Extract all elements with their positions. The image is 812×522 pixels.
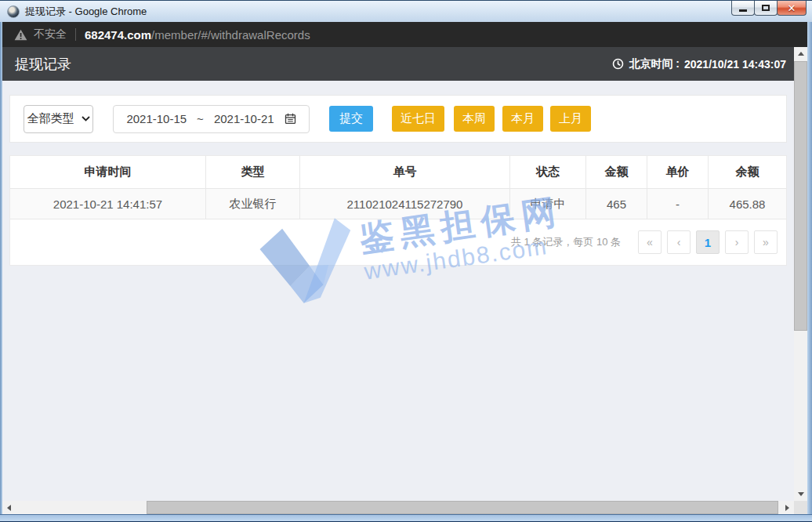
records-table: 申请时间 类型 单号 状态 金额 单价 余额 2021-10-21 14:41:… — [9, 155, 787, 266]
url-text[interactable]: 682474.com/member/#/withdrawalRecords — [85, 28, 310, 42]
date-to-value[interactable]: 2021-10-21 — [214, 112, 274, 125]
vertical-scrollbar-thumb[interactable] — [794, 61, 807, 331]
cell-unit-price: - — [647, 189, 709, 219]
date-range-input[interactable]: 2021-10-15 ~ 2021-10-21 — [113, 105, 310, 133]
table-row: 2021-10-21 14:41:57 农业银行 211021024115272… — [10, 189, 786, 219]
pagination-prev-button[interactable]: ‹ — [667, 230, 691, 254]
browser-window: 提现记录 - Google Chrome ✕ 不安全 682474.com/me… — [0, 0, 812, 522]
horizontal-scrollbar-thumb[interactable] — [147, 501, 778, 514]
beijing-time-value: 2021/10/21 14:43:07 — [684, 58, 786, 71]
minimize-icon — [739, 9, 747, 12]
url-domain: 682474.com — [85, 28, 151, 42]
cell-order-no: 211021024115272790 — [300, 189, 510, 219]
vertical-scrollbar[interactable] — [794, 47, 807, 501]
cell-amount: 465 — [586, 189, 647, 219]
scrollbar-up-arrow[interactable] — [794, 47, 807, 60]
submit-button[interactable]: 提交 — [329, 106, 373, 132]
date-separator: ~ — [197, 112, 204, 125]
close-icon: ✕ — [788, 3, 796, 13]
address-bar[interactable]: 不安全 682474.com/member/#/withdrawalRecord… — [2, 22, 807, 47]
quick-range-lastmonth-button[interactable]: 上月 — [550, 106, 591, 132]
minimize-button[interactable] — [731, 1, 755, 16]
quick-range-thisweek-button[interactable]: 本周 — [454, 106, 495, 132]
beijing-time-label: 北京时间 : — [629, 57, 680, 71]
page-title: 提现记录 — [15, 55, 71, 74]
page-content — [2, 81, 807, 501]
window-title: 提现记录 - Google Chrome — [25, 5, 147, 19]
scrollbar-corner — [794, 501, 807, 514]
cell-type: 农业银行 — [206, 189, 300, 219]
window-right-border — [807, 22, 812, 514]
date-from-value[interactable]: 2021-10-15 — [126, 112, 187, 125]
pagination-page-1-button[interactable]: 1 — [696, 230, 720, 254]
scrollbar-down-arrow[interactable] — [794, 488, 807, 501]
type-select-value: 全部类型 — [27, 111, 74, 126]
col-header-balance: 余额 — [709, 156, 786, 189]
cell-status: 申请中 — [510, 189, 586, 219]
maximize-icon — [762, 5, 770, 11]
warning-icon[interactable] — [14, 29, 27, 41]
col-header-amount: 金额 — [586, 156, 647, 189]
window-controls: ✕ — [732, 1, 807, 16]
favicon-icon — [7, 5, 20, 18]
table-header-row: 申请时间 类型 单号 状态 金额 单价 余额 — [10, 156, 786, 189]
window-titlebar: 提现记录 - Google Chrome ✕ — [0, 0, 812, 22]
cell-balance: 465.88 — [709, 189, 786, 219]
window-bottom-border — [0, 514, 812, 522]
pagination-summary: 共 1 条记录，每页 10 条 — [511, 235, 621, 249]
pagination: 共 1 条记录，每页 10 条 « ‹ 1 › » — [10, 219, 786, 265]
cell-apply-time: 2021-10-21 14:41:57 — [10, 189, 206, 219]
window-left-border — [0, 22, 2, 514]
col-header-unit-price: 单价 — [647, 156, 709, 189]
page-header: 提现记录 北京时间 : 2021/10/21 14:43:07 — [2, 47, 807, 81]
pagination-next-button[interactable]: › — [725, 230, 749, 254]
scrollbar-left-arrow[interactable] — [2, 501, 16, 514]
address-divider — [75, 28, 76, 41]
col-header-order-no: 单号 — [300, 156, 510, 189]
horizontal-scrollbar[interactable] — [2, 501, 794, 514]
type-select[interactable]: 全部类型 — [24, 105, 93, 133]
scrollbar-right-arrow[interactable] — [781, 501, 794, 514]
maximize-button[interactable] — [754, 1, 778, 16]
quick-range-thismonth-button[interactable]: 本月 — [502, 106, 543, 132]
chevron-down-icon — [82, 116, 90, 121]
col-header-apply-time: 申请时间 — [10, 156, 206, 189]
col-header-type: 类型 — [206, 156, 300, 189]
filter-panel: 全部类型 2021-10-15 ~ 2021-10-21 提交 近七日 本周 本… — [9, 95, 787, 143]
url-path: /member/#/withdrawalRecords — [151, 28, 310, 42]
col-header-status: 状态 — [510, 156, 586, 189]
close-button[interactable]: ✕ — [777, 1, 807, 16]
quick-range-last7days-button[interactable]: 近七日 — [392, 106, 444, 132]
pagination-last-button[interactable]: » — [754, 230, 778, 254]
calendar-icon[interactable] — [285, 113, 296, 125]
security-label[interactable]: 不安全 — [34, 27, 67, 42]
pagination-first-button[interactable]: « — [638, 230, 662, 254]
clock-icon — [612, 58, 624, 70]
beijing-time: 北京时间 : 2021/10/21 14:43:07 — [612, 57, 786, 71]
